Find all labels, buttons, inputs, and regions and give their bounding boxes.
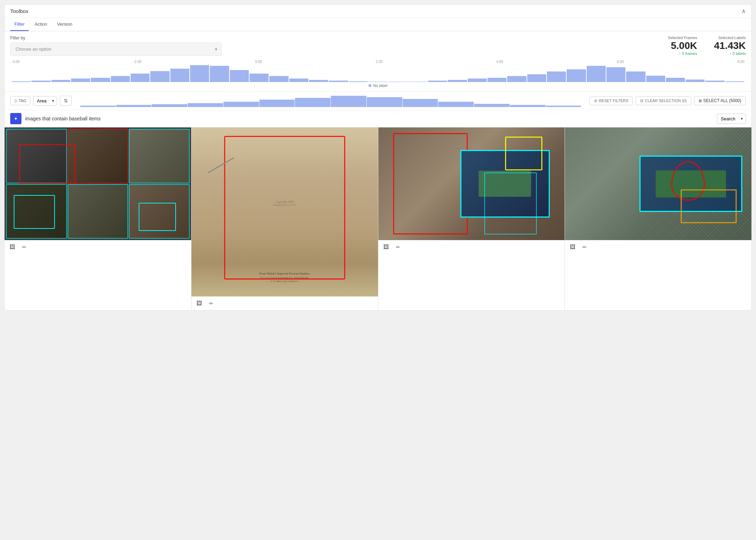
chart-bar	[230, 70, 249, 82]
frames-label: Selected Frames	[668, 36, 697, 40]
reset-filters-button[interactable]: ⊘ RESET FILTERS	[590, 96, 633, 105]
image-3-content	[378, 127, 565, 240]
mini-chart-bar	[331, 96, 366, 107]
labels-delta: ↑ 0 labels	[714, 51, 746, 56]
axis-label-1: -4.00	[12, 60, 20, 64]
image-cell-2: From Walsh's Imperial Portrait Studios. …	[191, 127, 378, 310]
toolbar: ◇ TAG Area ▾ ⇅ ⊘ RESET FILTERS ⊟ CLEAR S…	[5, 92, 751, 110]
axis-label-5: 4.00	[496, 60, 503, 64]
image-2-content: From Walsh's Imperial Portrait Studios. …	[191, 127, 378, 296]
clear-icon: ⊟	[640, 99, 643, 103]
mini-chart-bar	[438, 102, 474, 107]
chart-bar	[91, 78, 110, 82]
tab-version[interactable]: Version	[53, 18, 76, 31]
filter-left: Filter by Choose an option ▾	[10, 36, 661, 56]
tab-filter[interactable]: Filter	[10, 18, 29, 31]
image-4-edit-button[interactable]: ✏	[582, 244, 587, 251]
image-cell-1: 🖼 ✏	[5, 127, 191, 310]
image-1-save-button[interactable]: 🖼	[9, 243, 16, 251]
search-icon-button[interactable]: ✦	[10, 113, 21, 124]
chart-bar	[388, 82, 407, 82]
chart-bar	[12, 81, 31, 82]
select-all-button[interactable]: ⊞ SELECT ALL (5000)	[694, 96, 746, 105]
wand-icon: ✦	[14, 116, 18, 121]
toolbox-panel: Toolbox ∧ Filter Action Version Filter b…	[4, 4, 752, 310]
chart-bar	[368, 82, 388, 82]
filter-select-wrapper: Choose an option ▾	[10, 43, 221, 56]
image-4-save-button[interactable]: 🖼	[569, 243, 576, 251]
frames-delta: ↑ 0 frames	[668, 51, 697, 56]
collapse-button[interactable]: ∧	[742, 8, 746, 14]
select-all-label: SELECT ALL (5000)	[703, 98, 741, 103]
sort-button[interactable]: ⇅	[60, 96, 72, 106]
chart-bar	[131, 74, 150, 82]
filter-select[interactable]: Choose an option	[10, 43, 221, 56]
chart-bar	[349, 81, 368, 82]
chart-bar	[686, 80, 705, 82]
chart-bar	[507, 76, 526, 82]
mini-chart-bar	[152, 104, 187, 107]
image-1-edit-button[interactable]: ✏	[21, 244, 27, 251]
image-3-save-button[interactable]: 🖼	[383, 243, 390, 251]
clear-selection-button[interactable]: ⊟ CLEAR SELECTION (0)	[636, 96, 691, 105]
mini-chart-bar	[80, 106, 116, 107]
image-cell-3: 🖼 ✏	[378, 127, 565, 310]
chart-bar	[71, 79, 90, 82]
chart-bar	[725, 81, 744, 82]
image-3-edit-button[interactable]: ✏	[395, 244, 401, 251]
chart-bar	[567, 69, 586, 82]
chart-bar	[468, 79, 487, 82]
reset-label: RESET FILTERS	[599, 99, 628, 103]
frames-delta-arrow: ↑	[679, 51, 682, 56]
chart-legend: No label	[10, 83, 746, 88]
search-bar: ✦ Search Filter Sort ▾	[5, 110, 751, 127]
filter-section: Filter by Choose an option ▾ Selected Fr…	[5, 31, 751, 58]
chart-bar	[606, 67, 625, 82]
axis-label-2: -2.00	[133, 60, 141, 64]
mini-chart-bar	[367, 97, 402, 107]
chart-bar	[190, 65, 209, 82]
chart-bar	[269, 76, 288, 82]
image-3-footer: 🖼 ✏	[378, 240, 565, 254]
legend-label: No label	[373, 83, 387, 88]
chart-bar	[587, 66, 606, 82]
image-grid: 🖼 ✏ From Walsh's Imperia	[5, 127, 751, 310]
search-input[interactable]	[25, 116, 713, 121]
chart-bar	[170, 69, 189, 82]
chart-bar	[309, 80, 328, 82]
area-select-wrapper: Area ▾	[33, 96, 57, 106]
chart-bar	[408, 82, 427, 82]
mini-chart-bar	[223, 102, 259, 107]
image-2-footer: 🖼 ✏	[191, 296, 378, 310]
chart-area: -4.00 -2.00 0.00 2.00 4.00 6.00 8.00 No …	[5, 58, 751, 92]
tag-label: TAG	[19, 99, 26, 103]
image-1-content	[5, 127, 191, 240]
tab-action[interactable]: Action	[30, 18, 51, 31]
chart-bar	[210, 66, 229, 82]
chart-bar	[547, 71, 566, 82]
tab-bar: Filter Action Version	[5, 18, 751, 31]
sort-icon: ⇅	[64, 98, 68, 103]
chart-bar	[250, 74, 269, 82]
stats-container: Selected Frames 5.00K ↑ 0 frames Selecte…	[661, 36, 746, 56]
tag-icon: ◇	[14, 98, 17, 103]
axis-label-3: 0.00	[255, 60, 262, 64]
chart-bar	[527, 74, 546, 82]
chart-bar	[666, 78, 685, 82]
image-2-save-button[interactable]: 🖼	[196, 300, 203, 307]
chart-bar	[646, 76, 665, 82]
tag-button[interactable]: ◇ TAG	[10, 96, 30, 105]
filter-by-label: Filter by	[10, 36, 661, 40]
chart-bar	[448, 80, 467, 82]
labels-delta-arrow: ↑	[730, 51, 733, 56]
mini-chart-bar	[403, 99, 438, 107]
area-select[interactable]: Area	[33, 96, 57, 106]
image-cell-4: 🖼 ✏	[565, 127, 751, 310]
chart-bars-container	[10, 65, 746, 82]
search-type-select[interactable]: Search Filter Sort	[717, 114, 746, 124]
chart-bar	[111, 76, 130, 82]
frames-delta-value: 0 frames	[682, 51, 697, 56]
image-2-edit-button[interactable]: ✏	[208, 300, 214, 307]
axis-label-4: 2.00	[376, 60, 383, 64]
axis-label-7: 8.00	[738, 60, 744, 64]
